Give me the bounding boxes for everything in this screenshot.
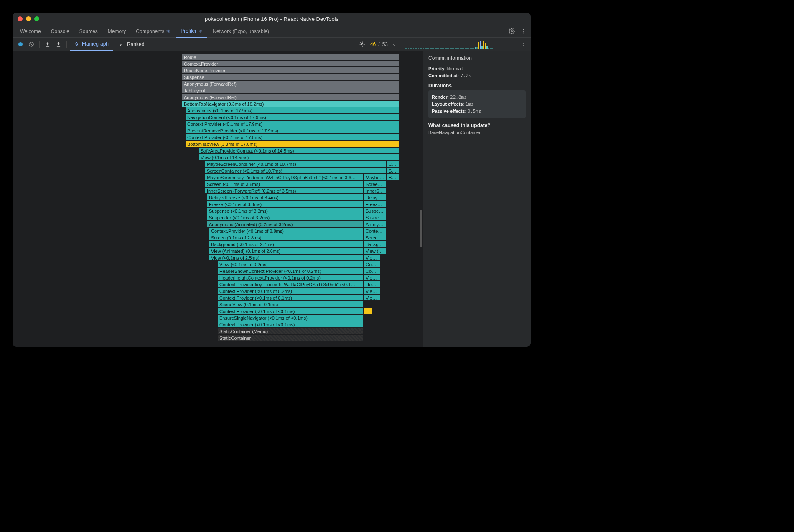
flame-cell[interactable]: Suspense <box>182 74 399 80</box>
flame-cell[interactable]: Context.Provider (<0.1ms of 17.9ms) <box>185 120 399 127</box>
commit-bar[interactable] <box>460 48 461 49</box>
commit-bar[interactable] <box>408 48 409 49</box>
flame-cell[interactable]: EnsureSingleNavigator (<0.1ms of <0.1ms) <box>217 314 364 321</box>
commit-bar[interactable] <box>406 48 407 49</box>
flame-cell[interactable]: Anony… <box>364 221 387 227</box>
flame-cell[interactable]: Screen (<0.1ms of 3.6ms) <box>205 181 364 187</box>
flame-cell[interactable]: Route <box>182 53 399 60</box>
commit-bar[interactable] <box>441 48 443 49</box>
next-commit-button[interactable] <box>520 41 527 48</box>
commit-bar[interactable] <box>438 48 439 49</box>
flame-cell[interactable]: Saf… <box>387 167 399 174</box>
flame-cell[interactable]: Suspe… <box>364 214 387 221</box>
flame-cell[interactable]: View (… <box>364 254 380 261</box>
flame-cell[interactable]: Co… <box>387 160 399 167</box>
commit-bar[interactable] <box>453 48 454 49</box>
commit-bar[interactable] <box>450 48 451 49</box>
commit-bar[interactable] <box>440 48 441 49</box>
flame-cell[interactable]: MaybeScreenContainer (<0.1ms of 10.7ms) <box>205 160 387 167</box>
flame-cell[interactable]: View (<0.1ms of 0.2ms) <box>217 261 364 267</box>
flame-cell[interactable]: Context.Provider key="index-b_WzHaCtPuyD… <box>217 281 364 288</box>
flame-cell[interactable]: SceneView (0.1ms of 0.1ms) <box>217 301 364 308</box>
commit-bar[interactable] <box>455 48 456 49</box>
minimize-icon[interactable] <box>26 16 31 21</box>
flame-cell[interactable]: InnerS… <box>364 187 387 194</box>
commit-bar[interactable] <box>405 48 406 49</box>
flame-cell[interactable]: Suspense (<0.1ms of 3.3ms) <box>207 207 364 214</box>
reload-button[interactable] <box>27 40 36 49</box>
commit-bar[interactable] <box>428 48 429 49</box>
commit-bar[interactable] <box>483 41 484 49</box>
flame-cell[interactable]: Anonymous (ForwardRef) <box>182 80 399 87</box>
commit-bar[interactable] <box>435 48 436 49</box>
flame-cell[interactable]: Anonymous (<0.1ms of 17.9ms) <box>185 107 399 114</box>
commit-bar[interactable] <box>465 48 466 49</box>
commit-bar[interactable] <box>463 48 464 49</box>
commit-bar[interactable] <box>423 48 424 49</box>
flame-cell[interactable]: Scree… <box>364 234 387 241</box>
flame-cell[interactable]: Anonymous (ForwardRef) <box>182 94 399 100</box>
commit-bar[interactable] <box>485 43 486 49</box>
flame-cell[interactable]: ScreenContainer (<0.1ms of 10.7ms) <box>205 167 387 174</box>
zoom-icon[interactable] <box>34 16 39 21</box>
commit-bar[interactable] <box>468 48 469 49</box>
commit-bar[interactable] <box>470 48 471 49</box>
tab-ranked[interactable]: Ranked <box>115 38 148 51</box>
flame-cell[interactable]: RouteNode.Provider <box>182 67 399 74</box>
flame-cell[interactable]: Context.Provider (<0.1ms of <0.1ms) <box>217 321 364 328</box>
flame-cell[interactable]: Screen … <box>364 181 387 187</box>
flamegraph-pane[interactable]: RouteContext.ProviderRouteNode.ProviderS… <box>13 51 423 347</box>
close-icon[interactable] <box>18 16 23 21</box>
flame-cell[interactable]: Vie… <box>364 274 380 281</box>
download-button[interactable] <box>54 40 63 49</box>
flame-cell[interactable]: StaticContainer <box>217 334 364 341</box>
upload-button[interactable] <box>43 40 52 49</box>
commit-bar[interactable] <box>436 48 438 49</box>
commit-bar[interactable] <box>445 48 446 49</box>
tab-memory[interactable]: Memory <box>104 25 130 38</box>
flame-cell[interactable]: Background (<0.1ms of 2.7ms) <box>209 241 364 247</box>
tab-components[interactable]: Components ⚛ <box>132 25 175 38</box>
flame-cell[interactable] <box>364 308 372 314</box>
commit-bar[interactable] <box>461 48 463 49</box>
flame-cell[interactable]: InnerScreen (ForwardRef) (0.2ms of 3.5ms… <box>205 187 364 194</box>
flame-cell[interactable]: HeaderShownContext.Provider (<0.1ms of 0… <box>217 267 364 274</box>
commit-bar[interactable] <box>421 48 422 49</box>
flame-cell[interactable]: MaybeScreen key="index-b_WzHaCtPuyDSpTb8… <box>205 174 364 181</box>
flame-cell[interactable]: TabLayout <box>182 87 399 94</box>
flame-cell[interactable]: View (0.1ms of 14.5ms) <box>198 154 399 160</box>
flame-cell[interactable]: PreventRemoveProvider (<0.1ms of 17.9ms) <box>185 127 399 134</box>
flame-cell[interactable]: Context.Provider (<0.1ms of 17.8ms) <box>185 134 399 140</box>
scrollbar[interactable] <box>420 210 422 247</box>
flame-cell[interactable]: Backg… <box>364 241 387 247</box>
commit-bar[interactable] <box>415 48 416 49</box>
flame-cell[interactable]: BottomTabView (3.3ms of 17.8ms) <box>185 140 399 147</box>
flame-cell[interactable]: Suspe… <box>364 207 387 214</box>
commit-bar[interactable] <box>430 48 431 49</box>
commit-bar[interactable] <box>426 48 428 49</box>
commit-bar[interactable] <box>410 48 411 49</box>
tab-flamegraph[interactable]: Flamegraph <box>70 38 113 51</box>
commit-bar[interactable] <box>420 48 421 49</box>
flame-cell[interactable]: HeaderHeightContext.Provider (<0.1ms of … <box>217 274 364 281</box>
commit-bar[interactable] <box>433 48 434 49</box>
commit-bar[interactable] <box>481 46 483 49</box>
flame-cell[interactable]: Context.Provider (<0.1ms of 0.1ms) <box>217 294 364 301</box>
tab-welcome[interactable]: Welcome <box>16 25 45 38</box>
prev-commit-button[interactable] <box>390 41 398 48</box>
commit-bar[interactable] <box>448 48 449 49</box>
commit-bar[interactable] <box>475 47 476 49</box>
flame-cell[interactable]: Freeze… <box>364 201 387 207</box>
more-icon[interactable] <box>519 27 527 36</box>
tab-network-expo-unstable-[interactable]: Network (Expo, unstable) <box>209 25 273 38</box>
flame-cell[interactable]: Con… <box>364 267 380 274</box>
flame-cell[interactable]: Context.Provider (<0.1ms of 2.8ms) <box>209 227 364 234</box>
commit-bar[interactable] <box>488 48 489 49</box>
commit-bar[interactable] <box>411 48 412 49</box>
commit-bar[interactable] <box>413 48 414 49</box>
flame-cell[interactable]: View (… <box>364 247 387 254</box>
flame-cell[interactable]: StaticContainer (Memo) <box>217 328 364 334</box>
commit-bar[interactable] <box>486 46 488 49</box>
tab-profiler[interactable]: Profiler ⚛ <box>176 25 207 38</box>
flame-cell[interactable]: Delaye… <box>364 194 387 201</box>
